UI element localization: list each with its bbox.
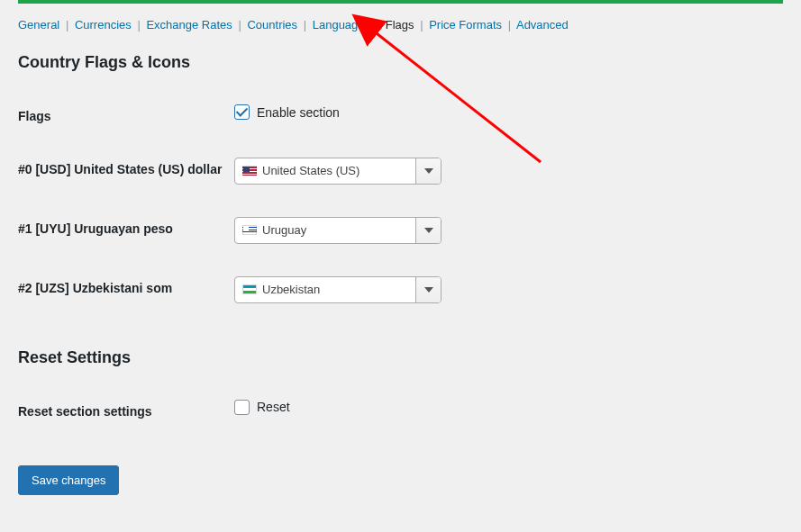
currency-label-2: #2 [UZS] Uzbekistani som bbox=[18, 276, 234, 297]
tab-exchange-rates[interactable]: Exchange Rates bbox=[146, 18, 232, 32]
tab-separator: | bbox=[238, 18, 241, 32]
tab-languages[interactable]: Languages bbox=[313, 18, 370, 32]
tab-separator: | bbox=[420, 18, 423, 32]
tab-separator: | bbox=[137, 18, 140, 32]
reset-checkbox-wrap[interactable]: Reset bbox=[234, 400, 290, 415]
tab-separator: | bbox=[377, 18, 379, 32]
enable-section-checkbox-wrap[interactable]: Enable section bbox=[234, 104, 340, 120]
section-title: Country Flags & Icons bbox=[18, 53, 783, 72]
tab-separator: | bbox=[508, 18, 511, 32]
reset-checkbox-label: Reset bbox=[257, 400, 290, 414]
country-select-value-2: Uzbekistan bbox=[262, 283, 320, 296]
tab-general[interactable]: General bbox=[18, 18, 59, 32]
country-select-value-1: Uruguay bbox=[262, 223, 306, 237]
tab-currencies[interactable]: Currencies bbox=[75, 18, 132, 32]
enable-section-checkbox[interactable] bbox=[234, 104, 250, 120]
currency-label-0: #0 [USD] United States (US) dollar bbox=[18, 158, 234, 178]
tab-price-formats[interactable]: Price Formats bbox=[429, 18, 502, 32]
chevron-down-icon[interactable] bbox=[415, 277, 441, 302]
flags-label: Flags bbox=[18, 104, 234, 125]
country-select-1[interactable]: Uruguay bbox=[234, 217, 441, 244]
tab-advanced[interactable]: Advanced bbox=[516, 18, 569, 32]
country-select-2[interactable]: Uzbekistan bbox=[234, 276, 441, 303]
reset-label: Reset section settings bbox=[18, 400, 234, 420]
reset-checkbox[interactable] bbox=[234, 400, 250, 415]
reset-row: Reset section settings Reset bbox=[18, 400, 783, 420]
currency-row-2: #2 [UZS] Uzbekistani som Uzbekistan bbox=[18, 276, 783, 303]
flag-icon-uz bbox=[242, 284, 257, 294]
flags-enable-row: Flags Enable section bbox=[18, 104, 783, 125]
reset-section-title: Reset Settings bbox=[18, 348, 783, 367]
tab-countries[interactable]: Countries bbox=[247, 18, 297, 32]
settings-tabs: General | Currencies | Exchange Rates | … bbox=[18, 0, 783, 32]
enable-section-checkbox-label: Enable section bbox=[257, 105, 340, 120]
tab-separator: | bbox=[66, 18, 68, 32]
chevron-down-icon[interactable] bbox=[415, 158, 441, 184]
currency-row-0: #0 [USD] United States (US) dollar Unite… bbox=[18, 158, 783, 185]
currency-row-1: #1 [UYU] Uruguayan peso Uruguay bbox=[18, 217, 783, 244]
chevron-down-icon[interactable] bbox=[415, 218, 441, 243]
tab-flags[interactable]: Flags bbox=[386, 18, 414, 32]
country-select-0[interactable]: United States (US) bbox=[234, 158, 441, 185]
tab-separator: | bbox=[304, 18, 306, 32]
top-accent-bar bbox=[18, 0, 783, 4]
flag-icon-uy bbox=[242, 225, 257, 235]
flag-icon-us bbox=[242, 166, 257, 176]
country-select-value-0: United States (US) bbox=[262, 164, 360, 177]
save-changes-button[interactable]: Save changes bbox=[18, 465, 119, 495]
currency-label-1: #1 [UYU] Uruguayan peso bbox=[18, 217, 234, 238]
